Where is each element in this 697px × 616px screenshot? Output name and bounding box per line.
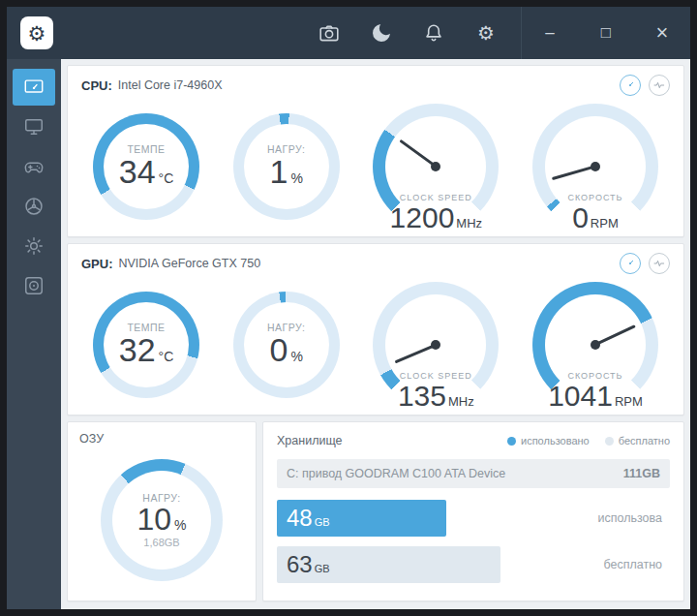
gauge-hub: [591, 162, 600, 171]
drive-name: C: привод GOODRAM C100 ATA Device: [287, 467, 505, 480]
free-dot: [605, 437, 614, 446]
sidebar-item-monitoring[interactable]: [13, 69, 55, 106]
sidebar-item-pc-specs[interactable]: [13, 108, 55, 145]
cpu-panel-header: CPU: Intel Core i7-4960X: [81, 75, 670, 96]
sidebar-item-camera[interactable]: [13, 267, 55, 304]
titlebar: ⚙ ⚙ – □ ×: [7, 7, 690, 59]
legend-used: использовано: [507, 435, 590, 447]
gpu-label: GPU:: [81, 257, 113, 271]
storage-used-bar: 48 GB использова: [277, 500, 670, 537]
ram-load-gauge: НАГРУ: 10% 1,68GB: [101, 459, 223, 581]
sidebar-item-lighting[interactable]: [13, 228, 55, 264]
gpu-view-toggles: [620, 253, 670, 274]
graph-view-icon[interactable]: [649, 75, 670, 96]
logo-gear-icon: ⚙: [28, 23, 46, 44]
ram-title: ОЗУ: [79, 432, 244, 446]
gauge-view-icon[interactable]: [620, 75, 641, 96]
titlebar-icons: ⚙: [318, 21, 498, 45]
gpu-device-name: NVIDIA GeForce GTX 750: [119, 257, 261, 270]
monitor-icon: [23, 116, 45, 138]
cpu-temperature-gauge: ТЕМПЕ 34°C: [93, 113, 199, 220]
drive-row[interactable]: C: привод GOODRAM C100 ATA Device 111GB: [277, 459, 670, 488]
cpu-load-gauge: НАГРУ: 1%: [233, 113, 340, 220]
gauge-value: 10%: [136, 504, 186, 537]
gauge-view-icon[interactable]: [620, 253, 641, 274]
sidebar-item-cooling[interactable]: [13, 188, 55, 225]
cpu-fan-speed-gauge: СКОРОСТЬ 0RPM: [532, 104, 658, 230]
gauge-value: 135MHz: [373, 381, 499, 412]
legend-free: бесплатно: [605, 435, 670, 447]
sun-icon: [23, 235, 45, 257]
storage-free-fill: 63 GB: [277, 546, 500, 583]
cpu-clock-speed-gauge: CLOCK SPEED 1200MHz: [373, 104, 499, 230]
gauge-label: СКОРОСТЬ: [532, 193, 658, 202]
camera-glyph: [318, 21, 341, 45]
cpu-device-name: Intel Core i7-4960X: [118, 78, 223, 92]
storage-panel: Хранилище использовано бесплатно C: при: [262, 421, 684, 601]
gpu-clock-speed-gauge: CLOCK SPEED 135MHz: [373, 282, 499, 408]
gauge-value: 0RPM: [532, 202, 658, 233]
gpu-gauges: ТЕМПЕ 32°C НАГРУ: 0%: [81, 274, 670, 416]
storage-title: Хранилище: [277, 434, 343, 447]
storage-used-fill: 48 GB: [277, 500, 446, 537]
cpu-view-toggles: [620, 75, 670, 96]
storage-used-label: использова: [598, 511, 662, 525]
cpu-label: CPU:: [81, 78, 112, 93]
gpu-load-gauge: НАГРУ: 0%: [233, 292, 340, 398]
sidebar: [7, 59, 61, 609]
cpu-gauges: ТЕМПЕ 34°C НАГРУ: 1%: [81, 96, 670, 237]
gauge-value: 34°C: [119, 155, 174, 190]
app-logo: ⚙: [20, 16, 53, 49]
sidebar-item-games[interactable]: [13, 148, 55, 185]
storage-legend: использовано бесплатно: [507, 435, 670, 447]
screenshot-camera-icon[interactable]: [318, 21, 341, 45]
gauge-value: 1041RPM: [532, 381, 658, 412]
night-mode-moon-icon[interactable]: [370, 21, 393, 45]
gauge-value: 0%: [269, 333, 302, 368]
gpu-panel-header: GPU: NVIDIA GeForce GTX 750: [81, 253, 670, 274]
gauge-value: 1200MHz: [373, 202, 499, 233]
gpu-fan-speed-gauge: СКОРОСТЬ 1041RPM: [532, 282, 658, 408]
storage-header: Хранилище использовано бесплатно: [277, 434, 670, 447]
ram-used-amount: 1,68GB: [143, 537, 179, 548]
used-dot: [507, 437, 516, 446]
close-button[interactable]: ×: [634, 7, 690, 59]
settings-gear-icon[interactable]: ⚙: [474, 21, 498, 45]
gpu-temperature-gauge: ТЕМПЕ 32°C: [93, 292, 199, 398]
window-controls: – □ ×: [522, 7, 690, 59]
gpu-panel: GPU: NVIDIA GeForce GTX 750 ТЕМПЕ 3: [67, 243, 684, 416]
maximize-button[interactable]: □: [578, 7, 634, 59]
drive-size: 111GB: [623, 467, 660, 480]
gauge-hub: [591, 340, 600, 350]
gamepad-icon: [23, 156, 45, 177]
notifications-bell-icon[interactable]: [422, 21, 445, 45]
monitoring-gauge-screen-icon: [23, 77, 45, 98]
gauge-value: 32°C: [119, 333, 174, 368]
main-content: CPU: Intel Core i7-4960X ТЕМПЕ 34°C: [61, 59, 690, 609]
storage-free-bar: 63 GB бесплатно: [277, 546, 670, 583]
webcam-icon: [23, 275, 45, 296]
ram-panel: ОЗУ НАГРУ: 10% 1,68GB: [67, 421, 257, 601]
storage-free-label: бесплатно: [603, 558, 662, 571]
bell-glyph: [422, 21, 445, 45]
moon-glyph: [370, 21, 393, 45]
fan-icon: [23, 196, 45, 217]
cpu-panel: CPU: Intel Core i7-4960X ТЕМПЕ 34°C: [67, 65, 684, 237]
gauge-value: 1%: [269, 155, 302, 190]
graph-view-icon[interactable]: [649, 253, 670, 274]
minimize-button[interactable]: –: [522, 7, 578, 59]
bottom-row: ОЗУ НАГРУ: 10% 1,68GB Хранилище: [67, 421, 684, 601]
